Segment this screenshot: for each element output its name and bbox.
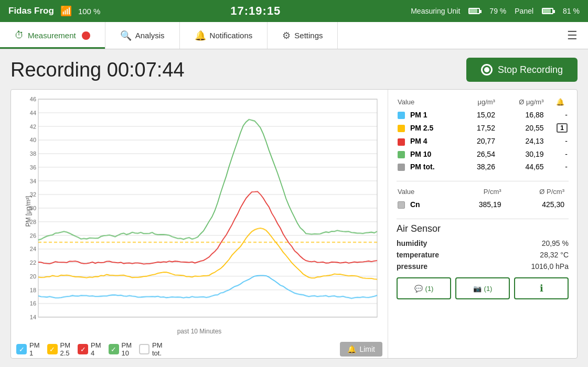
pm25-label: PM2.5	[60, 341, 71, 357]
legend-pm25[interactable]: ✓ PM2.5	[47, 341, 71, 357]
pm-name: PM 4	[410, 137, 427, 145]
analysis-icon: 🔍	[120, 30, 132, 41]
comments-button[interactable]: 💬 (1)	[397, 277, 451, 299]
nav-bar: ⏱ Measurement 🔍 Analysis 🔔 Notifications…	[0, 22, 588, 49]
pm-name-cell: PM 4	[398, 135, 461, 147]
limit-icon: 🔔	[347, 345, 356, 353]
pm-avg-cell: 24,13	[499, 135, 547, 147]
measurement-icon: ⏱	[15, 30, 24, 41]
pm-table-row: PM 10 26,54 30,19 -	[398, 148, 568, 160]
pm-color-dot	[398, 138, 405, 146]
stop-recording-button[interactable]: Stop Recording	[466, 58, 578, 82]
record-dot	[484, 67, 489, 72]
nav-measurement[interactable]: ⏱ Measurement	[0, 22, 105, 49]
pm-color-dot	[398, 164, 405, 171]
info-button[interactable]: ℹ	[514, 277, 569, 299]
pm1-checkbox[interactable]: ✓	[16, 344, 27, 354]
comments-count: (1)	[425, 285, 434, 293]
recording-title: Recording 00:07:44	[10, 59, 185, 81]
no-alert: -	[565, 163, 568, 171]
pm-name: PM 1	[410, 111, 427, 119]
content-area: PM [μg/m³] past 10 Minutes ✓ PM1 ✓ PM2.5…	[10, 89, 578, 359]
pm-name-cell: PM 10	[398, 148, 461, 160]
pm1-label: PM1	[29, 341, 40, 357]
pm-col-alert: 🔔	[548, 97, 568, 108]
y-axis-label: PM [μg/m³]	[25, 196, 32, 227]
legend-pm10[interactable]: ✓ PM10	[109, 341, 132, 357]
data-panel: Value μg/m³ Ø μg/m³ 🔔 PM 1 15,02 16,88 -	[388, 90, 577, 358]
sensor-value: 1016,0 hPa	[531, 262, 569, 271]
pm-avg-cell: 16,88	[499, 109, 547, 121]
cn-col-avg: Ø P/cm³	[506, 187, 568, 198]
header-left: Fidas Frog 📶 100 %	[8, 5, 100, 17]
measuring-unit-battery: 79 %	[489, 7, 506, 15]
pm10-label: PM10	[122, 341, 132, 357]
header-right: Measuring Unit 79 % Panel 81 %	[411, 7, 580, 15]
pm-name: PM 10	[410, 150, 431, 158]
panel-battery: 81 %	[563, 7, 580, 15]
pm10-checkbox[interactable]: ✓	[109, 344, 119, 354]
comments-icon: 💬	[414, 285, 423, 293]
pm-value-cell: 26,54	[462, 148, 498, 160]
chart-area: PM [μg/m³] past 10 Minutes ✓ PM1 ✓ PM2.5…	[11, 90, 388, 358]
cn-col-value: Value	[398, 187, 447, 198]
app-header: Fidas Frog 📶 100 % 17:19:15 Measuring Un…	[0, 0, 588, 22]
pm-value-cell: 20,77	[462, 135, 498, 147]
pm-color-dot	[398, 112, 405, 119]
chart-legend: ✓ PM1 ✓ PM2.5 ✓ PM4 ✓ PM10 PMtot.	[16, 337, 382, 359]
stop-recording-label: Stop Recording	[498, 64, 563, 75]
cn-name-cell: Cn	[398, 199, 447, 210]
nav-measurement-label: Measurement	[28, 31, 76, 40]
camera-count: (1)	[484, 285, 493, 293]
air-sensor-row: pressure 1016,0 hPa	[397, 261, 569, 272]
x-axis-label: past 10 Minutes	[16, 328, 382, 337]
pm-alert-cell: 1	[548, 122, 568, 134]
app-name: Fidas Frog	[8, 6, 54, 16]
nav-settings[interactable]: ⚙ Settings	[268, 22, 338, 49]
divider-1	[397, 181, 569, 181]
sensor-label: humidity	[397, 239, 427, 247]
sensor-label: pressure	[397, 262, 427, 271]
cn-col-unit: P/cm³	[448, 187, 505, 198]
pm-avg-cell: 20,55	[499, 122, 547, 134]
cn-table: Value P/cm³ Ø P/cm³ Cn 385,19 425,30	[397, 186, 569, 211]
measuring-unit-label: Measuring Unit	[411, 7, 460, 15]
pm-table-row: PM 4 20,77 24,13 -	[398, 135, 568, 147]
legend-pm4[interactable]: ✓ PM4	[78, 341, 101, 357]
air-sensor-rows: humidity 20,95 % temperature 28,32 °C pr…	[397, 238, 569, 272]
legend-pm1[interactable]: ✓ PM1	[16, 341, 40, 357]
nav-notifications[interactable]: 🔔 Notifications	[180, 22, 268, 49]
pm-name-cell: PM 1	[398, 109, 461, 121]
nav-menu-button[interactable]: ☰	[557, 29, 588, 42]
camera-button[interactable]: 📷 (1)	[455, 277, 510, 299]
nav-analysis[interactable]: 🔍 Analysis	[105, 22, 180, 49]
pm25-checkbox[interactable]: ✓	[47, 344, 58, 354]
limit-button[interactable]: 🔔 Limit	[340, 342, 382, 357]
air-sensor-row: humidity 20,95 %	[397, 238, 569, 249]
no-alert: -	[565, 150, 568, 158]
pm-col-unit: μg/m³	[462, 97, 498, 108]
pm-table-row: PM tot. 38,26 44,65 -	[398, 161, 568, 172]
pm-value-cell: 38,26	[462, 161, 498, 172]
limit-label: Limit	[359, 345, 375, 353]
pm-name: PM tot.	[410, 163, 435, 171]
cn-table-row: Cn 385,19 425,30	[398, 199, 568, 210]
pm-alert-cell: -	[548, 161, 568, 172]
pm-table-row: PM 1 15,02 16,88 -	[398, 109, 568, 121]
pm4-checkbox[interactable]: ✓	[78, 344, 88, 354]
legend-pmtot[interactable]: PMtot.	[139, 341, 163, 357]
sensor-value: 20,95 %	[542, 239, 569, 247]
pm-col-value: Value	[398, 97, 461, 108]
record-icon	[481, 64, 493, 75]
pmtot-checkbox[interactable]	[139, 344, 149, 354]
pm-name: PM 2.5	[410, 124, 433, 132]
no-alert: -	[565, 137, 568, 145]
cn-avg-cell: 425,30	[506, 199, 568, 210]
pm-avg-cell: 44,65	[499, 161, 547, 172]
pm-color-dot	[398, 151, 405, 158]
no-alert: -	[565, 111, 568, 119]
alert-badge[interactable]: 1	[557, 123, 568, 133]
pm-name-cell: PM 2.5	[398, 122, 461, 134]
cn-color-dot	[398, 201, 405, 209]
pm-avg-cell: 30,19	[499, 148, 547, 160]
